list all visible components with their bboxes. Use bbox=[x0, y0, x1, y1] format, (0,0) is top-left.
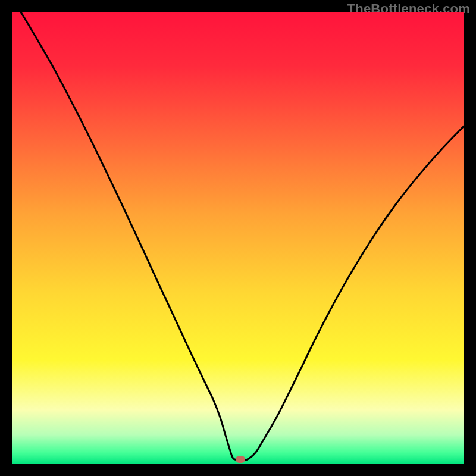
bottleneck-curve bbox=[12, 12, 464, 464]
optimum-marker bbox=[236, 456, 245, 463]
plot-area bbox=[12, 12, 464, 464]
chart-frame: TheBottleneck.com bbox=[0, 0, 476, 476]
